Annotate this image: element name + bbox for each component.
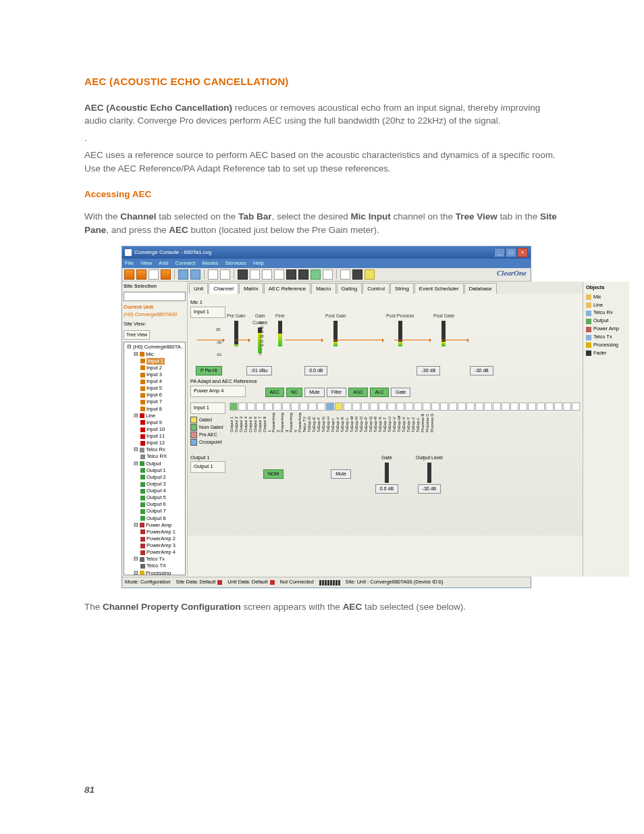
menu-services[interactable]: Services: [225, 260, 246, 266]
tree-root[interactable]: ⊟ (H0) Converge880TA..: [126, 344, 184, 350]
object-item[interactable]: Output: [586, 317, 626, 325]
tree-item[interactable]: Output 6: [126, 501, 184, 508]
matrix-cell[interactable]: [528, 402, 536, 411]
matrix-cell[interactable]: [554, 402, 562, 411]
menu-connect[interactable]: Connect: [176, 260, 196, 266]
matrix-row[interactable]: [230, 402, 580, 411]
matrix-cell[interactable]: [387, 402, 396, 411]
tree-item-input1[interactable]: Input 1: [126, 358, 184, 365]
tree-item[interactable]: PowerAmp 1: [126, 529, 184, 536]
tree-group-processing[interactable]: ⊟ Processing: [126, 570, 184, 576]
matrix-cell[interactable]: [493, 402, 501, 411]
tree-item[interactable]: PowerAmp 3: [126, 542, 184, 549]
tree-item[interactable]: Input 12: [126, 440, 184, 446]
tree-item[interactable]: Input 7: [126, 398, 184, 405]
fine-readout[interactable]: 0.0 dB: [304, 366, 327, 375]
filter-button[interactable]: Filter: [327, 388, 347, 397]
toolbar-icon[interactable]: [161, 269, 171, 280]
pa-ref-dropdown[interactable]: Power Amp 4: [190, 386, 246, 397]
matrix-cell[interactable]: [414, 402, 422, 411]
toolbar-icon[interactable]: [149, 269, 159, 280]
tree-item[interactable]: Input 9: [126, 419, 184, 426]
tab-event-scheduler[interactable]: Event Scheduler: [414, 283, 464, 294]
tree-item[interactable]: PowerAmp 2: [126, 536, 184, 542]
matrix-cell[interactable]: [291, 402, 299, 411]
input-label-box[interactable]: Input 1: [190, 307, 225, 318]
matrix-cell[interactable]: [510, 402, 518, 411]
fine-slider[interactable]: [278, 321, 282, 346]
site-selection-dropdown[interactable]: [124, 292, 186, 301]
tree-item[interactable]: Input 6: [126, 392, 184, 398]
tab-database[interactable]: Database: [464, 283, 497, 294]
matrix-cell[interactable]: [256, 402, 264, 411]
object-item[interactable]: Telco Rx: [586, 309, 626, 317]
tree-item[interactable]: Output 1: [126, 467, 184, 474]
toolbar-icon[interactable]: [274, 269, 284, 280]
tree-item[interactable]: PowerAmp 4: [126, 549, 184, 556]
matrix-cell[interactable]: [308, 402, 317, 411]
toolbar-icon[interactable]: [136, 269, 146, 280]
toolbar-icon[interactable]: [298, 269, 308, 280]
matrix-cell[interactable]: [440, 402, 448, 411]
matrix-cell[interactable]: [545, 402, 554, 411]
toolbar-icon[interactable]: [311, 269, 321, 280]
tab-string[interactable]: String: [390, 283, 414, 294]
matrix-cell[interactable]: [502, 402, 510, 411]
matrix-cell[interactable]: [484, 402, 492, 411]
tree-item[interactable]: Input 11: [126, 433, 184, 440]
tree-item[interactable]: Input 8: [126, 406, 184, 413]
output-name-box[interactable]: Output 1: [190, 461, 225, 473]
tree-view[interactable]: ⊟ (H0) Converge880TA.. ⊟ Mic Input 1 Inp…: [124, 342, 186, 575]
tab-macro[interactable]: Macro: [311, 283, 336, 294]
tree-item[interactable]: Output 2: [126, 474, 184, 481]
tree-item[interactable]: Output 4: [126, 488, 184, 494]
window-close-button[interactable]: ×: [517, 248, 528, 257]
object-item[interactable]: Processing: [586, 342, 626, 349]
matrix-cell[interactable]: [475, 402, 483, 411]
matrix-cell[interactable]: [326, 402, 334, 411]
tree-group-poweramp[interactable]: ⊟ Power Amp: [126, 522, 184, 529]
tree-group-output[interactable]: ⊟ Output: [126, 461, 184, 467]
matrix-cell[interactable]: [361, 402, 369, 411]
toolbar-icon[interactable]: [286, 269, 296, 280]
toolbar-icon[interactable]: [208, 269, 218, 280]
object-item[interactable]: Telco Tx: [586, 334, 626, 341]
nc-button[interactable]: NC: [286, 388, 302, 397]
matrix-cell[interactable]: [230, 402, 238, 411]
matrix-cell[interactable]: [300, 402, 308, 411]
tree-item[interactable]: Telco RX: [126, 453, 184, 460]
matrix-cell[interactable]: [352, 402, 360, 411]
alc-button[interactable]: ALC: [370, 388, 389, 397]
tree-item[interactable]: Input 2: [126, 365, 184, 371]
output-mute-button[interactable]: Mute: [331, 469, 351, 479]
matrix-cell[interactable]: [379, 402, 387, 411]
matrix-cell[interactable]: [449, 402, 457, 411]
toolbar-icon[interactable]: [190, 269, 200, 280]
agc-button[interactable]: AGC: [348, 388, 368, 397]
tree-item[interactable]: Input 4: [126, 378, 184, 385]
toolbar-icon[interactable]: [220, 269, 230, 280]
tree-group-line[interactable]: ⊟ Line: [126, 413, 184, 419]
window-minimize-button[interactable]: _: [494, 248, 505, 257]
tree-item[interactable]: Input 3: [126, 371, 184, 378]
matrix-cell[interactable]: [370, 402, 378, 411]
toolbar-icon[interactable]: [262, 269, 272, 280]
tree-group-telcorx[interactable]: ⊟ Telco Rx: [126, 446, 184, 453]
aec-button[interactable]: AEC: [265, 388, 284, 397]
phantom-power-button[interactable]: P Pw Hi: [196, 366, 222, 375]
matrix-cell[interactable]: [563, 402, 571, 411]
tree-item[interactable]: Output 7: [126, 508, 184, 515]
matrix-cell[interactable]: [396, 402, 404, 411]
tree-item[interactable]: Output 3: [126, 481, 184, 488]
matrix-cell[interactable]: [238, 402, 246, 411]
matrix-cell[interactable]: [431, 402, 439, 411]
window-maximize-button[interactable]: □: [506, 248, 516, 257]
tab-unit[interactable]: Unit: [189, 283, 208, 294]
tab-aec-reference[interactable]: AEC Reference: [264, 283, 311, 294]
matrix-cell[interactable]: [282, 402, 290, 411]
mute-button[interactable]: Mute: [304, 388, 325, 397]
matrix-cell[interactable]: [405, 402, 413, 411]
tab-matrix[interactable]: Matrix: [239, 283, 263, 294]
menu-add[interactable]: Add: [159, 260, 168, 266]
tree-item[interactable]: Input 10: [126, 426, 184, 433]
